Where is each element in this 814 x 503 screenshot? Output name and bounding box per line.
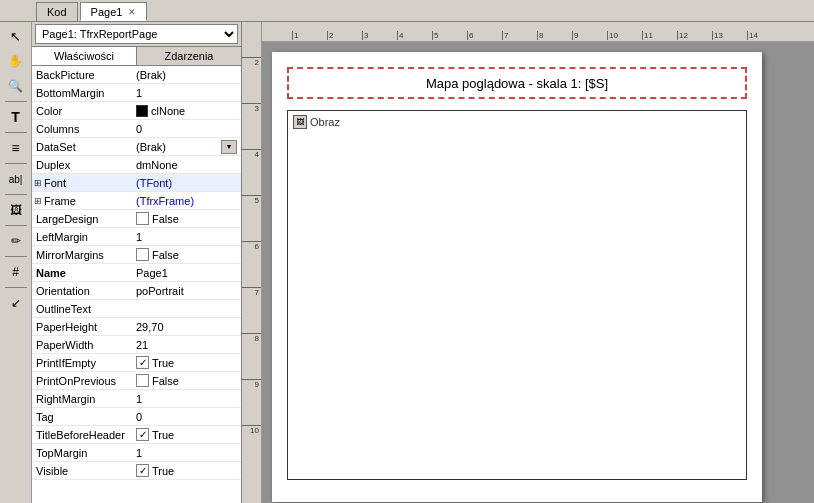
tab-kod-label: Kod [47,6,67,18]
ruler-corner [242,22,262,42]
prop-name-PrintOnPrevious: PrintOnPrevious [32,375,132,387]
prop-value-Visible: ✓ True [132,464,241,477]
prop-value-Columns: 0 [132,123,241,135]
checkbox-LargeDesign[interactable] [136,212,149,225]
ruler-v-mark-5: 5 [242,195,261,241]
tool-image[interactable]: 🖼 [3,198,29,222]
separator-2 [5,132,27,133]
report-title-band: Mapa poglądowa - skala 1: [$S] [287,67,747,99]
prop-value-Color: clNone [132,105,241,117]
prop-Name[interactable]: Name Page1 [32,264,241,282]
props-list: BackPicture (Brak) BottomMargin 1 Color … [32,66,241,503]
prop-Font[interactable]: ⊞ Font (TFont) [32,174,241,192]
frame-label: Frame [44,195,76,207]
prop-MirrorMargins[interactable]: MirrorMargins False [32,246,241,264]
ruler-v-mark-8: 8 [242,333,261,379]
page-dropdown[interactable]: Page1: TfrxReportPage [35,24,238,44]
checkbox-PrintOnPrevious[interactable] [136,374,149,387]
prop-PaperWidth[interactable]: PaperWidth 21 [32,336,241,354]
tool-text[interactable]: T [3,105,29,129]
prop-name-Columns: Columns [32,123,132,135]
prop-value-BottomMargin: 1 [132,87,241,99]
ruler-v-mark-9: 9 [242,379,261,425]
prop-LargeDesign[interactable]: LargeDesign False [32,210,241,228]
prop-name-LargeDesign: LargeDesign [32,213,132,225]
content-area: ↖ ✋ 🔍 T ≡ ab| 🖼 ✏ # ↙ Page1: TfrxReportP… [0,22,814,503]
ruler-mark-11: 11 [642,31,677,40]
prop-PaperHeight[interactable]: PaperHeight 29,70 [32,318,241,336]
prop-value-Frame: (TfrxFrame) [132,195,241,207]
checkbox-MirrorMargins[interactable] [136,248,149,261]
ruler-mark-14: 14 [747,31,782,40]
prop-name-Tag: Tag [32,411,132,423]
tab-page1[interactable]: Page1 ✕ [80,2,148,21]
separator-6 [5,256,27,257]
canvas-area: 2 3 4 5 6 7 8 9 10 [242,42,814,503]
tool-list[interactable]: ≡ [3,136,29,160]
prop-name-BottomMargin: BottomMargin [32,87,132,99]
tab-page1-close[interactable]: ✕ [128,7,136,17]
prop-Frame[interactable]: ⊞ Frame (TfrxFrame) [32,192,241,210]
scrollable-canvas[interactable]: Mapa poglądowa - skala 1: [$S] 🖼 Obraz [262,42,814,503]
prop-OutlineText[interactable]: OutlineText [32,300,241,318]
prop-name-Duplex: Duplex [32,159,132,171]
prop-value-RightMargin: 1 [132,393,241,405]
dataset-dropdown-btn[interactable]: ▼ [221,140,237,154]
prop-name-BackPicture: BackPicture [32,69,132,81]
tool-ab[interactable]: ab| [3,167,29,191]
separator-5 [5,225,27,226]
prop-name-PaperHeight: PaperHeight [32,321,132,333]
tab-wlasciwosci[interactable]: Właściwości [32,47,137,65]
ruler-mark-10: 10 [607,31,642,40]
tab-page1-label: Page1 [91,6,123,18]
tool-zoom[interactable]: 🔍 [3,74,29,98]
prop-name-LeftMargin: LeftMargin [32,231,132,243]
tool-hand[interactable]: ✋ [3,49,29,73]
image-label-container: 🖼 Obraz [288,111,746,133]
ruler-v-spacer [242,42,261,57]
checkbox-label-MirrorMargins: False [152,249,179,261]
font-label: Font [44,177,66,189]
ruler-mark-8: 8 [537,31,572,40]
tab-kod[interactable]: Kod [36,2,78,21]
prop-TitleBeforeHeader[interactable]: TitleBeforeHeader ✓ True [32,426,241,444]
tool-arrow[interactable]: ↙ [3,291,29,315]
prop-DataSet[interactable]: DataSet (Brak) ▼ [32,138,241,156]
checkbox-TitleBeforeHeader[interactable]: ✓ [136,428,149,441]
prop-value-Tag: 0 [132,411,241,423]
tab-zdarzenia[interactable]: Zdarzenia [137,47,241,65]
ruler-mark-3: 3 [362,31,397,40]
prop-name-Orientation: Orientation [32,285,132,297]
tool-hash[interactable]: # [3,260,29,284]
prop-value-PrintOnPrevious: False [132,374,241,387]
prop-value-Duplex: dmNone [132,159,241,171]
tool-pointer[interactable]: ↖ [3,24,29,48]
prop-TopMargin[interactable]: TopMargin 1 [32,444,241,462]
prop-Tag[interactable]: Tag 0 [32,408,241,426]
prop-Orientation[interactable]: Orientation poPortrait [32,282,241,300]
prop-name-OutlineText: OutlineText [32,303,132,315]
ruler-mark-2: 2 [327,31,362,40]
prop-BottomMargin[interactable]: BottomMargin 1 [32,84,241,102]
prop-name-PrintIfEmpty: PrintIfEmpty [32,357,132,369]
ruler-mark-6: 6 [467,31,502,40]
checkbox-PrintIfEmpty[interactable]: ✓ [136,356,149,369]
prop-PrintIfEmpty[interactable]: PrintIfEmpty ✓ True [32,354,241,372]
ruler-mark-9: 9 [572,31,607,40]
prop-BackPicture[interactable]: BackPicture (Brak) [32,66,241,84]
checkbox-Visible[interactable]: ✓ [136,464,149,477]
separator-4 [5,194,27,195]
prop-Columns[interactable]: Columns 0 [32,120,241,138]
expand-Font[interactable]: ⊞ [34,178,44,188]
prop-PrintOnPrevious[interactable]: PrintOnPrevious False [32,372,241,390]
dataset-text: (Brak) [136,141,221,153]
prop-LeftMargin[interactable]: LeftMargin 1 [32,228,241,246]
expand-Frame[interactable]: ⊞ [34,196,44,206]
prop-Visible[interactable]: Visible ✓ True [32,462,241,480]
tool-draw[interactable]: ✏ [3,229,29,253]
prop-Color[interactable]: Color clNone [32,102,241,120]
prop-value-PrintIfEmpty: ✓ True [132,356,241,369]
prop-Duplex[interactable]: Duplex dmNone [32,156,241,174]
prop-RightMargin[interactable]: RightMargin 1 [32,390,241,408]
page-canvas: Mapa poglądowa - skala 1: [$S] 🖼 Obraz [272,52,762,502]
